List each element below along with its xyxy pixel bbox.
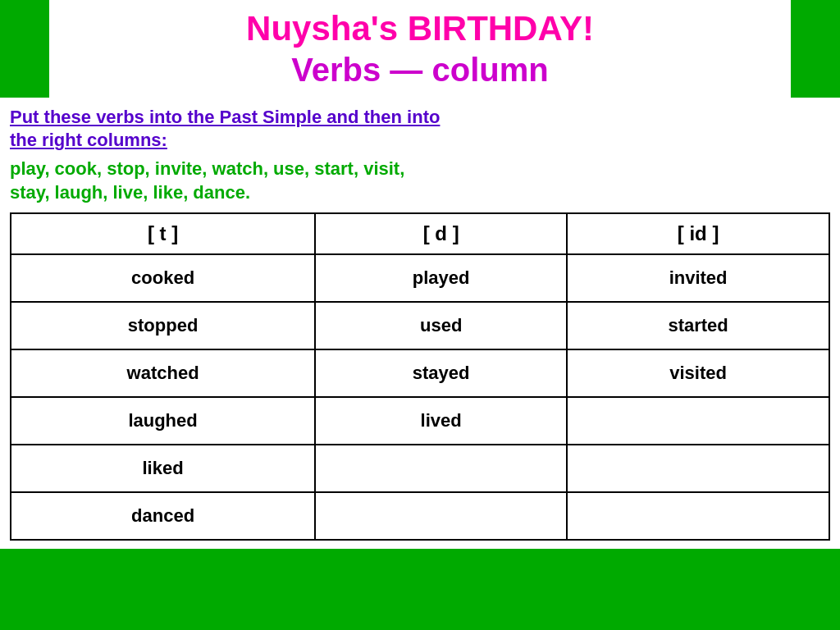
table-cell xyxy=(315,445,567,492)
main-title: Nuysha's BIRTHDAY! Verbs — column xyxy=(66,8,774,91)
header-section: Nuysha's BIRTHDAY! Verbs — column xyxy=(49,0,791,98)
table-body: cookedplayedinvitedstoppedusedstartedwat… xyxy=(11,254,829,540)
table-cell: liked xyxy=(11,445,315,492)
table-cell xyxy=(567,445,829,492)
table-row: stoppedusedstarted xyxy=(11,302,829,349)
table-cell: started xyxy=(567,302,829,349)
table-cell: lived xyxy=(315,397,567,445)
table-cell: watched xyxy=(11,349,315,397)
table-cell: stopped xyxy=(11,302,315,349)
table-cell xyxy=(567,492,829,540)
col-header-id: [ id ] xyxy=(567,213,829,254)
verbs-table: [ t ] [ d ] [ id ] cookedplayedinvitedst… xyxy=(10,212,830,541)
table-row: liked xyxy=(11,445,829,492)
content-area: Put these verbs into the Past Simple and… xyxy=(0,98,840,549)
table-row: cookedplayedinvited xyxy=(11,254,829,302)
table-cell xyxy=(567,397,829,445)
table-cell: danced xyxy=(11,492,315,540)
table-cell: cooked xyxy=(11,254,315,302)
table-row: laughedlived xyxy=(11,397,829,445)
verbs-list: play, cook, stop, invite, watch, use, st… xyxy=(10,158,830,204)
table-cell: laughed xyxy=(11,397,315,445)
col-header-d: [ d ] xyxy=(315,213,567,254)
table-cell: visited xyxy=(567,349,829,397)
table-cell: played xyxy=(315,254,567,302)
table-row: watchedstayedvisited xyxy=(11,349,829,397)
table-cell: invited xyxy=(567,254,829,302)
table-row: danced xyxy=(11,492,829,540)
table-cell: stayed xyxy=(315,349,567,397)
table-cell xyxy=(315,492,567,540)
col-header-t: [ t ] xyxy=(11,213,315,254)
instruction-text: Put these verbs into the Past Simple and… xyxy=(10,106,830,153)
table-cell: used xyxy=(315,302,567,349)
